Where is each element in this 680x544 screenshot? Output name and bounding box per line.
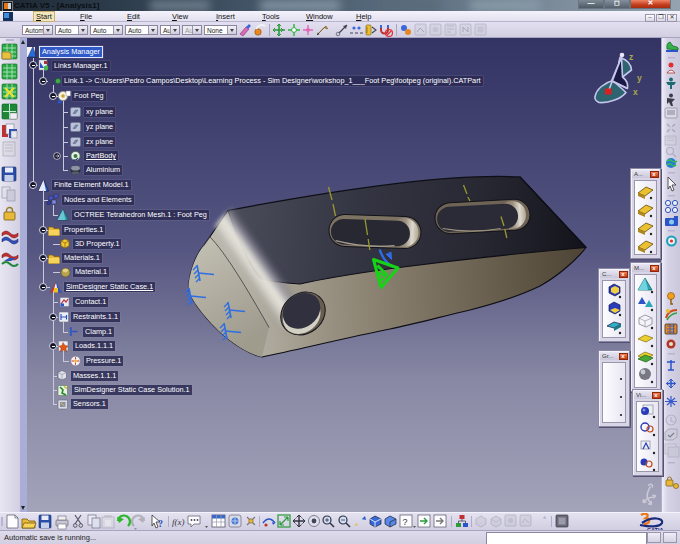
svg-text:f(x): f(x) xyxy=(172,517,185,527)
svg-text:?: ? xyxy=(158,518,163,529)
svg-text:?: ? xyxy=(403,517,408,527)
